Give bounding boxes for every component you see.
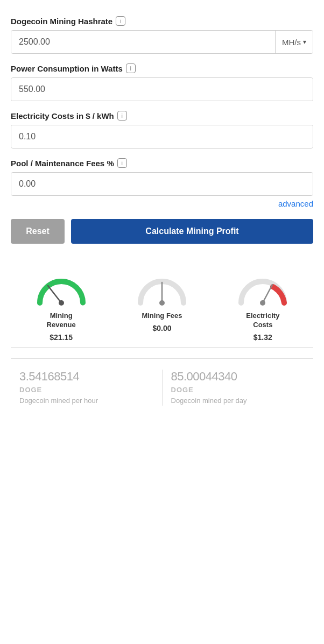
gauges-section: MiningRevenue $21.15 Mining Fees $0.00 E… xyxy=(11,260,313,348)
hashrate-field-group: Dogecoin Mining Hashrate i MH/s ▾ xyxy=(11,16,313,54)
hashrate-unit-selector[interactable]: MH/s ▾ xyxy=(275,31,313,53)
gauge-electricity-svg xyxy=(233,271,292,308)
pool-input[interactable] xyxy=(11,173,313,195)
stats-section: 3.54168514 DOGE Dogecoin mined per hour … xyxy=(11,358,313,406)
power-input-wrap xyxy=(11,77,313,101)
gauge-fees-svg xyxy=(132,271,192,308)
button-row: Reset Calculate Mining Profit xyxy=(11,219,313,244)
power-info-icon[interactable]: i xyxy=(126,63,136,73)
electricity-input-wrap xyxy=(11,125,313,148)
advanced-link[interactable]: advanced xyxy=(11,199,313,208)
gauge-revenue: MiningRevenue $21.15 xyxy=(32,271,91,342)
pool-input-wrap xyxy=(11,172,313,196)
hashrate-info-icon[interactable]: i xyxy=(116,16,125,26)
gauge-fees: Mining Fees $0.00 xyxy=(132,271,192,332)
hashrate-input-wrap: MH/s ▾ xyxy=(11,30,313,54)
electricity-input[interactable] xyxy=(11,125,313,148)
stat-daily-number: 85.00044340 xyxy=(171,370,305,384)
stat-hourly: 3.54168514 DOGE Dogecoin mined per hour xyxy=(11,370,163,406)
stat-hourly-description: Dogecoin mined per hour xyxy=(19,396,153,406)
power-field-group: Power Consumption in Watts i xyxy=(11,63,313,101)
hashrate-chevron-icon: ▾ xyxy=(303,38,306,46)
gauge-fees-label: Mining Fees xyxy=(142,312,182,321)
stat-hourly-number: 3.54168514 xyxy=(19,370,153,384)
svg-point-1 xyxy=(59,300,64,306)
gauge-revenue-label: MiningRevenue xyxy=(47,312,76,330)
reset-button[interactable]: Reset xyxy=(11,219,65,244)
hashrate-unit-label: MH/s xyxy=(282,38,301,47)
svg-line-4 xyxy=(263,285,272,303)
stat-daily-currency: DOGE xyxy=(171,386,305,394)
stat-daily: 85.00044340 DOGE Dogecoin mined per day xyxy=(163,370,314,406)
gauge-revenue-value: $21.15 xyxy=(50,333,73,342)
svg-point-3 xyxy=(159,300,165,306)
pool-label: Pool / Maintenance Fees % i xyxy=(11,158,313,168)
pool-info-icon[interactable]: i xyxy=(117,158,127,168)
gauge-electricity-value: $1.32 xyxy=(253,333,272,342)
electricity-field-group: Electricity Costs in $ / kWh i xyxy=(11,111,313,148)
electricity-info-icon[interactable]: i xyxy=(117,111,127,121)
gauge-fees-value: $0.00 xyxy=(152,324,171,332)
hashrate-input[interactable] xyxy=(11,31,275,53)
gauge-electricity: ElectricityCosts $1.32 xyxy=(233,271,292,342)
power-input[interactable] xyxy=(11,78,313,101)
calculate-button[interactable]: Calculate Mining Profit xyxy=(71,219,313,244)
svg-line-0 xyxy=(48,286,61,303)
stat-daily-description: Dogecoin mined per day xyxy=(171,396,305,406)
hashrate-label: Dogecoin Mining Hashrate i xyxy=(11,16,313,26)
stat-hourly-currency: DOGE xyxy=(19,386,153,394)
power-label: Power Consumption in Watts i xyxy=(11,63,313,73)
electricity-label: Electricity Costs in $ / kWh i xyxy=(11,111,313,121)
gauge-revenue-svg xyxy=(32,271,91,308)
pool-field-group: Pool / Maintenance Fees % i advanced xyxy=(11,158,313,208)
svg-point-5 xyxy=(260,300,265,306)
gauge-electricity-label: ElectricityCosts xyxy=(246,312,279,330)
